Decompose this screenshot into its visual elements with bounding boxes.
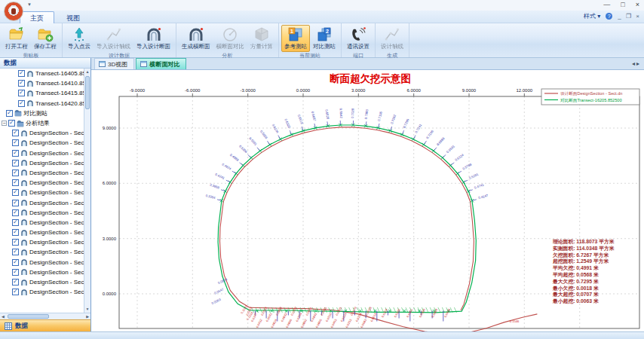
tree-item-design-section[interactable]: DesignSection - Sect <box>0 158 84 168</box>
save-project-button[interactable]: 保存工程 <box>31 25 60 52</box>
svg-text:0.0301: 0.0301 <box>406 307 414 318</box>
tree-checkbox[interactable] <box>12 259 19 266</box>
tree-item-design-section[interactable]: DesignSection - Sect <box>0 287 84 297</box>
tree-checkbox[interactable] <box>18 90 25 96</box>
tree-item-label: DesignSection - Sect <box>29 279 84 286</box>
tree-checkbox[interactable] <box>12 170 19 176</box>
section-icon <box>20 139 28 147</box>
help-icon[interactable]: ? <box>606 13 612 20</box>
scroll-thumb[interactable] <box>85 76 90 109</box>
section-icon <box>20 149 28 157</box>
section-compare-button[interactable]: 横断面对比 <box>213 25 248 52</box>
comm-settings-button[interactable]: 通讯设置 <box>344 25 373 52</box>
tree-item-design-section[interactable]: DesignSection - Sect <box>0 258 84 267</box>
section-icon <box>26 99 34 107</box>
svg-text:0.6224: 0.6224 <box>454 153 465 162</box>
tree-checkbox[interactable] <box>12 130 19 136</box>
ribbon-window-controls[interactable]: _ ❐ × <box>618 13 641 20</box>
svg-text:最大欠挖: 0.7295 米: 最大欠挖: 0.7295 米 <box>552 279 599 285</box>
tree-item-result-folder[interactable]: −分析结果 <box>0 118 84 128</box>
open-project-button[interactable]: 打开工程 <box>2 25 31 52</box>
tree-checkbox[interactable] <box>12 200 19 206</box>
quick-access-caret-icon[interactable]: ▼ <box>27 2 32 7</box>
tree-checkbox[interactable] <box>12 189 19 196</box>
tree-item-design-section[interactable]: DesignSection - Sect <box>0 128 84 138</box>
tree-checkbox[interactable] <box>12 269 19 276</box>
tree-item-design-section[interactable]: DesignSection - Sect <box>0 218 84 228</box>
svg-text:0.0692: 0.0692 <box>300 318 308 328</box>
collapse-icon[interactable]: − <box>2 121 7 126</box>
import-pointcloud-button[interactable]: 导入点云 <box>65 25 94 52</box>
tree-item-design-section[interactable]: DesignSection - Sect <box>0 168 84 178</box>
tree-checkbox[interactable] <box>8 120 15 127</box>
tree-item-compare-folder[interactable]: 对比测站 <box>0 108 84 118</box>
tree-item-design-section[interactable]: DesignSection - Sect <box>0 208 84 218</box>
ribbon-group-设计数据: 导入点云导入设计轴线导入设计断面设计数据 <box>63 23 176 57</box>
tree-item-design-section[interactable]: DesignSection - Sect <box>0 237 84 247</box>
close-icon[interactable]: × <box>636 1 639 8</box>
tree-checkbox[interactable] <box>12 229 19 236</box>
tree-item-design-section[interactable]: DesignSection - Sect <box>0 247 84 257</box>
tree-checkbox[interactable] <box>6 110 13 117</box>
import-section-button[interactable]: 导入设计断面 <box>133 25 173 52</box>
tree-checkbox[interactable] <box>12 209 19 216</box>
tree-item-transect[interactable]: Transect-16420.85 <box>0 99 84 108</box>
tree-item-design-section[interactable]: DesignSection - Sect <box>0 188 84 197</box>
doc-tab-3D视图[interactable]: 3D视图 <box>94 58 134 69</box>
doc-tab-横断面对比[interactable]: 横断面对比 <box>136 58 186 69</box>
tree-checkbox[interactable] <box>12 249 19 255</box>
design-axis-button[interactable]: 设计轴线 <box>378 25 406 52</box>
station-1-button[interactable]: 1参考测站 <box>281 25 310 52</box>
scroll-up-icon[interactable]: ▲ <box>84 69 90 75</box>
section-compare-view[interactable]: -9.0000-6.0000-3.00000.00003.00006.00009… <box>91 70 644 331</box>
minimize-icon[interactable]: — <box>603 1 610 8</box>
tree-checkbox[interactable] <box>18 80 25 87</box>
ribbon-tab-视图[interactable]: 视图 <box>56 11 90 24</box>
tree-item-design-section[interactable]: DesignSection - Sect <box>0 138 84 148</box>
svg-text:0.7086: 0.7086 <box>363 108 369 119</box>
tree-item-design-section[interactable]: DesignSection - Sect <box>0 178 84 188</box>
hscroll-thumb[interactable] <box>8 314 49 319</box>
data-tree[interactable]: Transect-16405.85Transect-16410.85Transe… <box>0 69 90 313</box>
tree-checkbox[interactable] <box>12 279 19 286</box>
volume-calc-button[interactable]: 方量计算 <box>247 25 276 52</box>
tree-item-transect[interactable]: Transect-16410.85 <box>0 78 84 88</box>
scroll-down-icon[interactable]: ▼ <box>84 306 90 313</box>
import-axis-button[interactable]: 导入设计轴线 <box>94 25 133 52</box>
document-area: 3D视图横断面对比 ◂▸ -9.0000-6.0000-3.00000.0000… <box>91 58 644 331</box>
tree-checkbox[interactable] <box>12 150 19 157</box>
button-label: 参考测站 <box>284 43 307 50</box>
section-icon <box>20 249 28 256</box>
tree-item-design-section[interactable]: DesignSection - Sect <box>0 197 84 207</box>
ribbon-tab-主页[interactable]: 主页 <box>20 11 54 24</box>
maximize-icon[interactable]: □ <box>621 1 624 8</box>
tree-item-transect[interactable]: Transect-16405.85 <box>0 69 84 78</box>
tree-checkbox[interactable] <box>12 219 19 226</box>
data-panel-button[interactable]: 数据 <box>0 319 90 331</box>
scroll-right-icon[interactable]: ▶ <box>86 314 89 319</box>
generate-section-button[interactable]: 生成横断面 <box>179 25 213 52</box>
tree-checkbox[interactable] <box>12 139 19 146</box>
tree-checkbox[interactable] <box>18 100 25 107</box>
tree-checkbox[interactable] <box>12 179 19 186</box>
station-2-button[interactable]: 2对比测站 <box>310 25 339 52</box>
tab-nav-arrows[interactable]: ◂▸ <box>632 60 641 67</box>
button-label: 设计轴线 <box>381 43 403 50</box>
tree-item-design-section[interactable]: DesignSection - Sect <box>0 277 84 287</box>
section-icon <box>20 279 28 286</box>
tree-item-transect[interactable]: Transect-16415.85 <box>0 88 84 98</box>
tree-checkbox[interactable] <box>18 70 25 77</box>
scroll-left-icon[interactable]: ◀ <box>2 314 5 319</box>
ribbon-group-分析: 生成横断面横断面对比方量计算分析 <box>176 23 279 57</box>
tree-checkbox[interactable] <box>12 239 19 246</box>
tree-checkbox[interactable] <box>12 160 19 166</box>
tree-checkbox[interactable] <box>12 289 19 295</box>
overbreak-chart[interactable]: -9.0000-6.0000-3.00000.00003.00006.00009… <box>91 70 644 331</box>
tree-item-design-section[interactable]: DesignSection - Sect <box>0 267 84 277</box>
tree-horizontal-scrollbar[interactable]: ◀ ▶ <box>0 313 90 319</box>
style-dropdown[interactable]: 样式 ▾ <box>584 12 600 20</box>
app-logo-icon[interactable] <box>4 2 23 21</box>
tree-item-design-section[interactable]: DesignSection - Sect <box>0 148 84 158</box>
tree-item-design-section[interactable]: DesignSection - Sect <box>0 228 84 237</box>
tree-vertical-scrollbar[interactable]: ▲ ▼ <box>84 69 90 313</box>
